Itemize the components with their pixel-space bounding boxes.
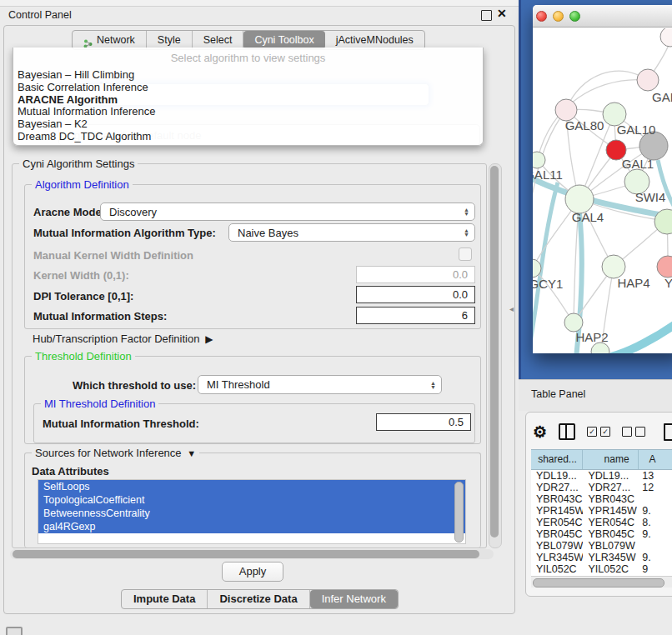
table-cell: YBL079W <box>531 540 583 552</box>
attribute-item[interactable]: SelfLoops <box>38 480 465 493</box>
dpi-tolerance-field[interactable]: 0.0 <box>356 286 475 303</box>
menu-item-bayesian-hill-climbing[interactable]: Bayesian – Hill Climbing <box>13 69 483 82</box>
select-all-checkboxes-icon[interactable]: ✓✓ <box>587 427 610 437</box>
table-cell: 9 <box>639 563 672 575</box>
tab-network[interactable]: Network <box>73 31 147 49</box>
column-header[interactable]: A <box>639 450 672 469</box>
float-window-icon[interactable] <box>481 10 492 21</box>
aracne-mode-combobox[interactable]: Discovery ▲▼ <box>100 202 475 221</box>
network-canvas[interactable]: GALGAL80GAL10GAL1GAL11GAL4SWI4GCY1HAP4YH… <box>533 28 672 353</box>
attribute-item[interactable]: gal4RGexp <box>38 520 465 533</box>
manual-kernel-checkbox[interactable] <box>459 248 472 261</box>
attribute-table-body: YDL19...YDL19...13YDR27...YDR27...12YBR0… <box>531 470 672 575</box>
mi-threshold-label: Mutual Information Threshold: <box>43 418 199 430</box>
node-hap2[interactable] <box>564 313 583 332</box>
tab-select[interactable]: Select <box>193 31 244 49</box>
menu-item-aracne-algorithm[interactable]: ARACNE Algorithm <box>13 94 483 107</box>
kernel-width-field[interactable]: 0.0 <box>356 266 475 283</box>
settings-horizontal-scrollbar[interactable] <box>10 549 494 559</box>
table-cell: YIL052C <box>531 563 583 575</box>
node-label-gal11: GAL11 <box>533 168 563 182</box>
table-row[interactable]: YLR345WYLR345W9. <box>531 552 672 563</box>
table-row[interactable]: YBR043CYBR043C <box>531 493 672 505</box>
panel-resize-handle-icon[interactable]: ◂ <box>509 304 514 313</box>
node-gal11[interactable] <box>533 152 545 168</box>
mi-type-combobox[interactable]: Naive Bayes ▲▼ <box>228 223 475 242</box>
attribute-item[interactable]: TopologicalCoefficient <box>38 493 465 507</box>
table-row[interactable]: YIL052CYIL052C9 <box>531 563 672 575</box>
top-strip <box>0 0 519 7</box>
table-row[interactable]: YBL079WYBL079W <box>531 540 672 552</box>
gear-icon[interactable]: ⚙ <box>533 424 547 440</box>
network-window-titlebar[interactable] <box>533 5 672 28</box>
menu-item-dream8-dc-tdc-algorithm[interactable]: Dream8 DC_TDC Algorithm <box>13 131 483 143</box>
table-cell: YER054C <box>583 517 639 528</box>
table-cell: YLR345W <box>531 552 583 563</box>
table-cell: YER054C <box>531 517 583 528</box>
settings-vertical-scrollbar[interactable] <box>489 163 502 548</box>
node-pink-right[interactable] <box>657 256 672 278</box>
expand-right-icon: ▶ <box>203 333 213 345</box>
mi-steps-label: Mutual Information Steps: <box>33 310 167 322</box>
column-layout-icon[interactable] <box>559 423 575 440</box>
network-edge[interactable] <box>566 71 648 109</box>
tab-jactivemnodules[interactable]: jActiveMNodules <box>325 31 424 49</box>
mi-steps-field[interactable]: 6 <box>356 307 475 324</box>
threshold-definition-group: Threshold Definition Which threshold to … <box>24 356 481 444</box>
panel-title: Control Panel <box>8 9 72 21</box>
table-cell: YPR145W <box>531 505 583 517</box>
menu-item-basic-correlation-inference[interactable]: Basic Correlation Inference <box>13 82 483 94</box>
table-cell: 8. <box>639 517 672 528</box>
cyni-settings-title: Cyni Algorithm Settings <box>19 158 138 170</box>
close-icon[interactable]: ✕ <box>497 7 507 20</box>
sources-title[interactable]: Sources for Network Inference ▼ <box>32 447 199 459</box>
minimize-traffic-light-icon[interactable] <box>553 11 564 22</box>
table-cell: YBR045C <box>583 528 639 540</box>
table-row[interactable]: YPR145WYPR145W9. <box>531 505 672 517</box>
close-traffic-light-icon[interactable] <box>536 11 547 22</box>
bottom-tabbar: Impute Data Discretize Data Infer Networ… <box>121 589 399 609</box>
mi-threshold-field[interactable]: 0.5 <box>376 413 471 431</box>
mi-threshold-definition-group: MI Threshold Definition Mutual Informati… <box>33 403 475 443</box>
cyni-algorithm-settings-group: Cyni Algorithm Settings Algorithm Defini… <box>12 163 487 548</box>
node-top-partial[interactable] <box>660 28 672 47</box>
which-threshold-combobox[interactable]: MI Threshold ▲▼ <box>198 375 442 394</box>
table-row[interactable]: YDL19...YDL19...13 <box>531 470 672 482</box>
dock-icon[interactable] <box>6 627 23 635</box>
table-cell: 9. <box>639 552 672 563</box>
node-label-hap2: HAP2 <box>575 330 608 344</box>
column-header[interactable]: shared... <box>531 450 583 469</box>
apply-button[interactable]: Apply <box>222 562 283 582</box>
table-row[interactable]: YBR045CYBR045C9. <box>531 528 672 540</box>
page-icon[interactable] <box>664 423 672 441</box>
attribute-item[interactable]: BetweennessCentrality <box>38 507 465 520</box>
table-row[interactable]: YDR27...YDR27...12 <box>531 482 672 493</box>
algorithm-definition-group: Algorithm Definition Aracne Mode: Discov… <box>24 184 481 329</box>
tab-infer-network[interactable]: Infer Network <box>310 590 398 608</box>
table-row[interactable]: YER054CYER054C8. <box>531 517 672 528</box>
network-window[interactable]: GALGAL80GAL10GAL1GAL11GAL4SWI4GCY1HAP4YH… <box>533 5 672 353</box>
data-attributes-list: SelfLoopsTopologicalCoefficientBetweenne… <box>38 479 466 544</box>
hub-definition-toggle[interactable]: Hub/Transcription Factor Definition ▶ <box>33 332 213 345</box>
table-horizontal-scrollbar[interactable] <box>531 576 672 588</box>
node-hap4[interactable] <box>602 255 625 278</box>
column-header[interactable]: name <box>583 450 639 469</box>
tab-discretize-data[interactable]: Discretize Data <box>208 590 309 608</box>
clear-all-checkboxes-icon[interactable] <box>622 427 645 437</box>
tab-style[interactable]: Style <box>147 31 193 49</box>
attribute-table-header: shared...nameA <box>531 449 672 470</box>
table-cell: YDL19... <box>531 470 583 482</box>
tab-impute-data[interactable]: Impute Data <box>122 590 208 608</box>
data-attributes-label: Data Attributes <box>32 465 109 478</box>
table-cell: YIL052C <box>583 563 639 575</box>
node-gal4[interactable] <box>565 185 594 213</box>
menu-item-bayesian-k2[interactable]: Bayesian – K2 <box>13 118 483 131</box>
table-cell: 9. <box>639 528 672 540</box>
tab-cyni-toolbox[interactable]: Cyni Toolbox <box>243 31 324 49</box>
network-edge[interactable] <box>611 320 672 353</box>
list-scrollbar[interactable] <box>454 482 464 542</box>
table-cell: YLR345W <box>583 552 639 563</box>
node-pink-upper[interactable] <box>637 69 659 91</box>
zoom-traffic-light-icon[interactable] <box>569 11 580 22</box>
menu-item-mutual-information-inference[interactable]: Mutual Information Inference <box>13 106 483 118</box>
